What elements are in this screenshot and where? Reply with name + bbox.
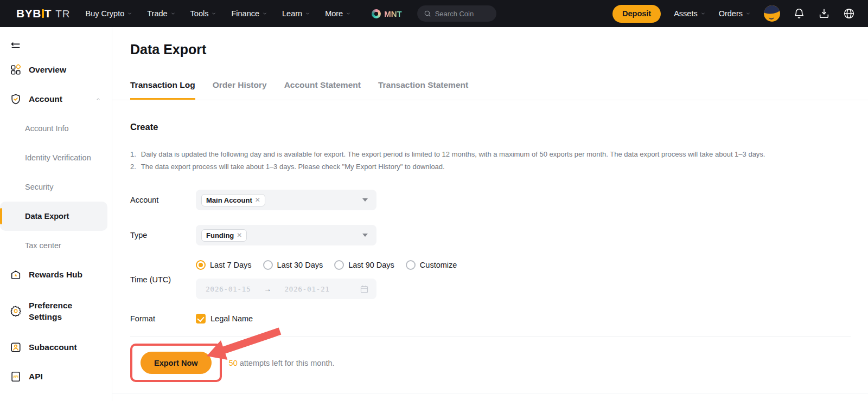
type-select[interactable]: Funding ✕ (196, 225, 376, 245)
account-shield-icon (10, 93, 22, 105)
sidebar-item-label: API (29, 372, 43, 381)
page-title: Data Export (130, 42, 868, 57)
nav-item-more[interactable]: More (325, 9, 351, 18)
nav-item-label: Tools (190, 9, 209, 18)
legal-name-checkbox[interactable] (196, 314, 206, 324)
search-coin-input[interactable]: Search Coin (417, 5, 496, 22)
sidebar-item-rewards-hub[interactable]: Rewards Hub (0, 260, 112, 289)
radio-customize[interactable]: Customize (406, 260, 457, 270)
notification-bell-icon[interactable] (793, 8, 805, 20)
sidebar-item-tax-center[interactable]: Tax center (0, 231, 112, 260)
nav-item-finance[interactable]: Finance (231, 9, 267, 18)
nav-item-label: Buy Crypto (86, 9, 125, 18)
sidebar-item-subaccount[interactable]: Subaccount (0, 333, 112, 362)
remove-chip-icon[interactable]: ✕ (255, 196, 260, 204)
sidebar-item-data-export[interactable]: Data Export (0, 202, 107, 231)
attempts-label: attempts left for this month. (240, 359, 335, 367)
radio-last-90-days[interactable]: Last 90 Days (334, 260, 394, 270)
sidebar-item-label: Rewards Hub (29, 270, 82, 280)
type-chip: Funding ✕ (201, 229, 247, 242)
tab-account-statement[interactable]: Account Statement (284, 80, 361, 100)
sidebar-subitem-label: Security (25, 183, 53, 191)
sidebar-item-api[interactable]: API API (0, 362, 112, 391)
instruction-line: 1. Daily data is updated the following d… (130, 148, 868, 160)
date-range-arrow-icon: → (264, 284, 271, 293)
mnt-token-button[interactable]: MNT (372, 9, 402, 18)
logo-bar-icon (42, 9, 44, 18)
sidebar-item-label: Overview (29, 65, 66, 75)
nav-item-trade[interactable]: Trade (147, 9, 175, 18)
mnt-token-label: MNT (384, 9, 402, 18)
radio-label: Customize (420, 261, 457, 269)
radio-label: Last 7 Days (210, 261, 252, 269)
chevron-down-icon (262, 11, 267, 16)
deposit-button[interactable]: Deposit (612, 5, 661, 23)
user-avatar[interactable] (764, 5, 780, 22)
orders-menu[interactable]: Orders (719, 9, 751, 18)
globe-language-icon[interactable] (843, 8, 855, 20)
instruction-number: 1. (130, 148, 136, 160)
api-icon: API (10, 371, 22, 383)
bybit-logo[interactable]: BYBT TR (16, 7, 71, 20)
account-field-label: Account (130, 196, 196, 204)
nav-item-tools[interactable]: Tools (190, 9, 217, 18)
chevron-up-icon (95, 96, 101, 102)
export-now-button[interactable]: Export Now (141, 352, 212, 374)
sidebar-item-account[interactable]: Account (0, 85, 112, 114)
date-end-value: 2026-01-21 (284, 285, 329, 293)
chevron-down-icon (700, 11, 706, 16)
logo-text: BYB (16, 7, 41, 20)
chevron-down-icon (745, 11, 751, 16)
logo-text-t: T (44, 7, 52, 20)
format-field-label: Format (130, 314, 196, 323)
calendar-icon (360, 284, 369, 294)
instruction-text: Daily data is updated the following day … (141, 148, 765, 160)
legal-name-label: Legal Name (210, 314, 253, 323)
account-select[interactable]: Main Account ✕ (196, 190, 376, 210)
svg-text:API: API (13, 375, 18, 378)
sidebar-collapse-icon[interactable] (10, 40, 22, 52)
chevron-down-icon (170, 11, 176, 16)
nav-item-learn[interactable]: Learn (282, 9, 310, 18)
tab-order-history[interactable]: Order History (213, 80, 267, 100)
attempts-remaining-text: 50 attempts left for this month. (229, 359, 335, 367)
gear-icon (10, 305, 22, 317)
caret-down-icon (362, 234, 368, 237)
chevron-down-icon (346, 11, 351, 16)
date-range-picker[interactable]: 2026-01-15 → 2026-01-21 (196, 279, 376, 299)
sidebar-item-account-info[interactable]: Account Info (0, 114, 112, 143)
sidebar-subitem-label: Data Export (25, 212, 69, 221)
sidebar-item-label: PreferenceSettings (29, 300, 72, 322)
radio-icon (406, 260, 416, 270)
search-placeholder: Search Coin (435, 10, 474, 18)
tab-transaction-statement[interactable]: Transaction Statement (378, 80, 468, 100)
instruction-line: 2. The data export process will take abo… (130, 160, 868, 173)
chevron-down-icon (211, 11, 216, 16)
top-navbar: BYBT TR Buy Crypto Trade Tools Finance L… (0, 0, 868, 27)
sidebar-item-identity-verification[interactable]: Identity Verification (0, 143, 112, 172)
account-chip: Main Account ✕ (201, 194, 265, 206)
navbar-right-cluster: Deposit Assets Orders (612, 5, 855, 23)
radio-last-30-days[interactable]: Last 30 Days (263, 260, 323, 270)
radio-label: Last 30 Days (277, 261, 323, 269)
assets-menu[interactable]: Assets (674, 9, 706, 18)
sidebar-item-preference-settings[interactable]: PreferenceSettings (0, 289, 112, 333)
sidebar-subitem-label: Identity Verification (25, 153, 91, 162)
main-content: Data Export Transaction Log Order Histor… (112, 27, 868, 401)
bottom-divider (112, 393, 868, 393)
logo-region: TR (55, 8, 70, 20)
export-instructions: 1. Daily data is updated the following d… (130, 148, 868, 173)
create-heading: Create (130, 122, 868, 132)
radio-icon (263, 260, 273, 270)
sidebar-item-overview[interactable]: Overview (0, 55, 112, 85)
radio-last-7-days[interactable]: Last 7 Days (196, 260, 252, 270)
attempts-count: 50 (229, 359, 238, 367)
export-action-row: Export Now 50 attempts left for this mon… (130, 344, 868, 382)
nav-item-buy-crypto[interactable]: Buy Crypto (86, 9, 133, 18)
remove-chip-icon[interactable]: ✕ (237, 231, 242, 239)
sidebar-subitem-label: Account Info (25, 124, 69, 133)
chevron-down-icon (305, 11, 310, 16)
tab-transaction-log[interactable]: Transaction Log (130, 80, 195, 100)
sidebar-item-security[interactable]: Security (0, 172, 112, 202)
download-center-icon[interactable] (818, 8, 830, 20)
